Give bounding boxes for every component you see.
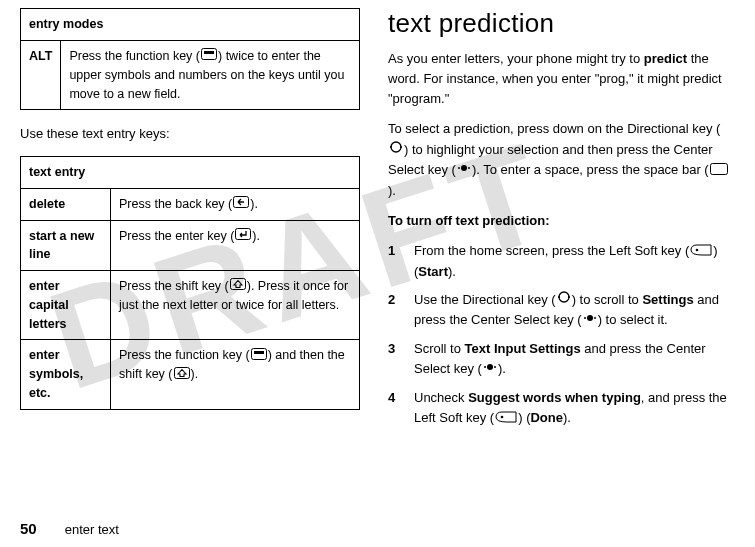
suggest-words-label: Suggest words when typing (468, 390, 641, 405)
text-fragment: ). To enter a space, press the space bar… (472, 162, 709, 177)
text-fragment: ). (191, 367, 199, 381)
function-key-icon (201, 47, 217, 66)
text-prediction-title: text prediction (388, 8, 735, 39)
alt-description: Press the function key () twice to enter… (61, 40, 360, 110)
text-fragment: ). (250, 197, 258, 211)
svg-rect-14 (710, 163, 727, 174)
step-number: 2 (388, 290, 402, 331)
step-text: From the home screen, press the Left Sof… (414, 241, 735, 282)
svg-point-20 (584, 317, 586, 319)
text-fragment: Press the back key ( (119, 197, 232, 211)
svg-point-19 (587, 315, 593, 321)
footer-section-label: enter text (65, 522, 119, 537)
center-select-key-icon (583, 311, 597, 331)
svg-point-8 (391, 142, 401, 152)
table-row: delete Press the back key (). (21, 188, 360, 220)
settings-label: Settings (642, 292, 693, 307)
svg-point-25 (501, 415, 504, 418)
between-tables-text: Use these text entry keys: (20, 124, 360, 144)
back-key-icon (233, 195, 249, 214)
prediction-select: To select a prediction, press down on th… (388, 119, 735, 201)
delete-label: delete (21, 188, 111, 220)
turn-off-heading: To turn off text prediction: (388, 211, 735, 231)
text-fragment: Press the function key ( (69, 49, 200, 63)
shift-key-icon (174, 366, 190, 385)
content-columns: entry modes ALT Press the function key (… (0, 0, 755, 437)
list-item: 4 Uncheck Suggest words when typing, and… (388, 388, 735, 429)
svg-point-15 (696, 248, 699, 251)
svg-point-10 (400, 146, 402, 148)
prediction-intro: As you enter letters, your phone might t… (388, 49, 735, 109)
text-entry-header: text entry (21, 156, 360, 188)
text-fragment: ). (448, 264, 456, 279)
svg-point-16 (559, 292, 569, 302)
table-row: ALT Press the function key () twice to e… (21, 40, 360, 110)
predict-bold: predict (644, 51, 687, 66)
svg-point-21 (594, 317, 596, 319)
symbols-desc: Press the function key () and then the s… (111, 340, 360, 409)
page-footer: 50 enter text (20, 520, 119, 537)
text-fragment: From the home screen, press the Left Sof… (414, 243, 689, 258)
svg-point-12 (458, 167, 460, 169)
function-key-icon (251, 347, 267, 366)
text-fragment: Press the function key ( (119, 348, 250, 362)
list-item: 2 Use the Directional key () to scroll t… (388, 290, 735, 331)
step-number: 3 (388, 339, 402, 380)
text-fragment: To select a prediction, press down on th… (388, 121, 720, 136)
text-fragment: Use the Directional key ( (414, 292, 556, 307)
svg-point-11 (461, 165, 467, 171)
text-fragment: ). (388, 183, 396, 198)
step-text: Scroll to Text Input Settings and press … (414, 339, 735, 380)
table-row: enter symbols, etc. Press the function k… (21, 340, 360, 409)
text-fragment: ). (563, 410, 571, 425)
text-entry-table: text entry delete Press the back key ().… (20, 156, 360, 410)
entry-modes-header: entry modes (21, 9, 360, 41)
text-fragment: Press the enter key ( (119, 229, 234, 243)
capitals-desc: Press the shift key (). Press it once fo… (111, 271, 360, 340)
table-row: enter capital letters Press the shift ke… (21, 271, 360, 340)
svg-point-13 (468, 167, 470, 169)
turn-off-steps: 1 From the home screen, press the Left S… (388, 241, 735, 429)
text-fragment: Press the shift key ( (119, 279, 229, 293)
svg-rect-3 (236, 228, 251, 239)
text-fragment: ). (252, 229, 260, 243)
enter-key-icon (235, 227, 251, 246)
left-soft-key-icon (495, 409, 517, 429)
directional-key-icon (557, 290, 571, 310)
svg-rect-1 (204, 51, 214, 54)
text-fragment: ) to scroll to (572, 292, 643, 307)
alt-label: ALT (21, 40, 61, 110)
entry-modes-table: entry modes ALT Press the function key (… (20, 8, 360, 110)
svg-point-22 (487, 364, 493, 370)
svg-point-24 (494, 366, 496, 368)
shift-key-icon (230, 277, 246, 296)
center-select-key-icon (483, 360, 497, 380)
svg-point-23 (484, 366, 486, 368)
done-label: Done (530, 410, 563, 425)
center-select-key-icon (457, 161, 471, 181)
text-fragment: ) ( (518, 410, 530, 425)
newline-desc: Press the enter key (). (111, 220, 360, 271)
list-item: 1 From the home screen, press the Left S… (388, 241, 735, 282)
text-fragment: ). (498, 361, 506, 376)
left-column: entry modes ALT Press the function key (… (20, 8, 360, 437)
text-fragment: Uncheck (414, 390, 468, 405)
svg-point-17 (558, 296, 560, 298)
directional-key-icon (389, 140, 403, 160)
text-fragment: As you enter letters, your phone might t… (388, 51, 644, 66)
newline-label: start a new line (21, 220, 111, 271)
start-label: Start (418, 264, 448, 279)
list-item: 3 Scroll to Text Input Settings and pres… (388, 339, 735, 380)
left-soft-key-icon (690, 242, 712, 262)
step-text: Uncheck Suggest words when typing, and p… (414, 388, 735, 429)
step-number: 1 (388, 241, 402, 282)
step-text: Use the Directional key () to scroll to … (414, 290, 735, 331)
svg-point-9 (390, 146, 392, 148)
text-input-settings-label: Text Input Settings (465, 341, 581, 356)
text-fragment: Scroll to (414, 341, 465, 356)
capitals-label: enter capital letters (21, 271, 111, 340)
svg-rect-6 (254, 351, 264, 354)
symbols-label: enter symbols, etc. (21, 340, 111, 409)
table-row: start a new line Press the enter key (). (21, 220, 360, 271)
space-bar-icon (710, 161, 728, 181)
